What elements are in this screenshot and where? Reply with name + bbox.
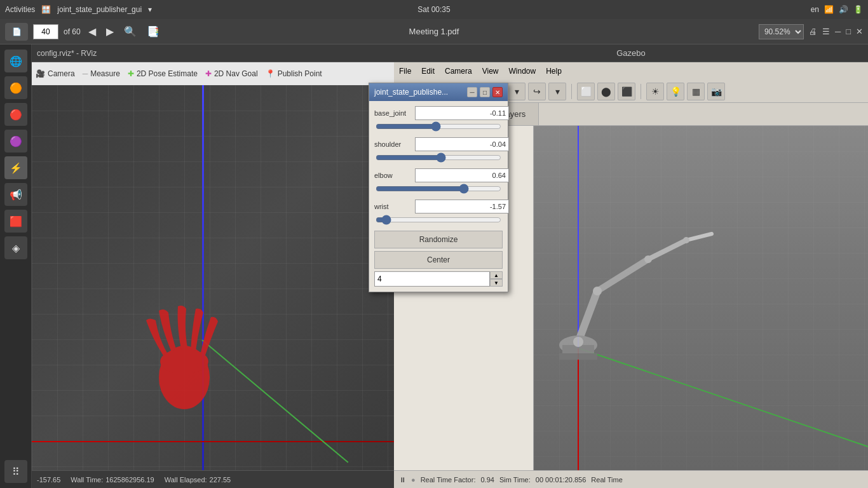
center-button[interactable]: Center: [374, 251, 503, 269]
joint-input-row-shoulder: shoulder: [374, 137, 503, 151]
prev-page-button[interactable]: ◀: [86, 24, 98, 39]
pdf-maximize-icon[interactable]: □: [846, 27, 851, 36]
next-page-button[interactable]: ▶: [104, 24, 116, 39]
app-dropdown-icon[interactable]: ▾: [148, 5, 152, 14]
dock-icon-app2[interactable]: 🔴: [4, 103, 27, 126]
gz-sphere-btn[interactable]: ⬤: [597, 83, 615, 100]
dock-icon-app3[interactable]: 🟣: [4, 130, 27, 152]
gz-redo-btn[interactable]: ↪: [528, 83, 546, 100]
system-bar: Activities 🪟 joint_state_publisher_gui ▾…: [0, 0, 868, 19]
gz-pattern-btn[interactable]: ▦: [687, 83, 705, 100]
tool-2d-nav[interactable]: ✚ 2D Nav Goal: [205, 69, 258, 78]
wall-elapsed-label: Wall Elapsed:: [165, 476, 207, 484]
dock-icon-apps[interactable]: ⠿: [4, 460, 27, 483]
search-button[interactable]: 🔍: [121, 24, 139, 39]
app-name[interactable]: joint_state_publisher_gui: [57, 5, 142, 14]
gz-pointlight-btn[interactable]: 💡: [667, 83, 684, 100]
gz-screenshot-btn[interactable]: 📷: [707, 83, 725, 100]
joint-value-shoulder[interactable]: [415, 137, 509, 151]
joint-slider-container-base: [374, 121, 503, 133]
robot-arm-svg: [121, 288, 248, 428]
dock-icon-rviz[interactable]: ⚡: [4, 156, 27, 179]
tool-measure[interactable]: ─ Measure: [83, 69, 120, 78]
real-time-factor-label: Real Time Factor:: [421, 476, 476, 484]
volume-icon: 🔊: [839, 5, 848, 14]
dock-icon-chrome[interactable]: 🌐: [4, 50, 27, 72]
jsp-spinbox-down[interactable]: ▼: [490, 279, 503, 287]
power-icon: 🔋: [853, 5, 863, 14]
menu-help[interactable]: Help: [546, 67, 562, 76]
jsp-title: joint_state_publishe...: [374, 88, 448, 97]
jsp-dialog: joint_state_publishe... ─ □ ✕ base_joint…: [369, 83, 508, 292]
svg-point-14: [593, 287, 602, 295]
gz-cylinder-btn[interactable]: ⬛: [618, 83, 635, 100]
zoom-select[interactable]: 90.52% 100% 75%: [759, 24, 804, 39]
wall-time-display: Wall Time: 1625862956.19: [71, 476, 154, 484]
joint-value-base[interactable]: [415, 106, 509, 120]
joint-slider-wrist[interactable]: [376, 215, 501, 225]
svg-point-16: [683, 237, 689, 243]
jsp-close-btn[interactable]: ✕: [492, 87, 503, 97]
tool-2d-pose[interactable]: ✚ 2D Pose Estimate: [128, 69, 198, 78]
joint-input-row-wrist: wrist: [374, 200, 503, 214]
gz-sep-3: [641, 84, 641, 99]
tool-camera[interactable]: 🎥 Camera: [36, 69, 75, 78]
randomize-button[interactable]: Randomize: [374, 231, 503, 248]
pdf-minimize-icon[interactable]: ─: [835, 27, 841, 36]
sim-time-label: Sim Time:: [499, 476, 531, 484]
pdf-print-icon[interactable]: 🖨: [809, 27, 817, 36]
dock-icon-app5[interactable]: 📢: [4, 183, 27, 206]
pdf-menu-icon[interactable]: ☰: [822, 27, 830, 36]
nav-label: 2D Nav Goal: [214, 69, 258, 78]
coord-value: -157.65: [37, 476, 60, 484]
pause-btn[interactable]: ⏸: [399, 476, 406, 484]
gazebo-header: Gazebo: [394, 44, 868, 62]
joint-slider-elbow[interactable]: [376, 184, 501, 194]
menu-window[interactable]: Window: [509, 67, 536, 76]
joint-name-shoulder: shoulder: [374, 140, 412, 148]
svg-point-13: [573, 337, 583, 347]
svg-rect-2: [534, 126, 868, 470]
gazebo-viewport[interactable]: [534, 126, 868, 470]
gz-sun-btn[interactable]: ☀: [646, 83, 664, 100]
coord-display: -157.65: [37, 476, 60, 484]
pdf-app-icon[interactable]: 📄: [5, 23, 28, 41]
dock-icon-layers[interactable]: ◈: [4, 236, 27, 259]
jsp-maximize-btn[interactable]: □: [480, 87, 490, 97]
joint-slider-base[interactable]: [376, 121, 501, 132]
tool-publish-point[interactable]: 📍 Publish Point: [266, 69, 322, 78]
pdf-close-icon[interactable]: ✕: [856, 27, 863, 36]
jsp-content: base_joint shoulder elbow: [369, 101, 508, 292]
jsp-minimize-btn[interactable]: ─: [467, 87, 477, 97]
system-time: Sat 00:35: [417, 5, 450, 14]
joint-value-elbow[interactable]: [415, 168, 509, 182]
gazebo-status-bar: ⏸ ● Real Time Factor: 0.94 Sim Time: 00 …: [394, 470, 868, 488]
jsp-spinbox-input[interactable]: [374, 271, 490, 287]
wall-time-value: 1625862956.19: [105, 476, 154, 484]
page-number-input[interactable]: 40: [33, 24, 58, 39]
joint-slider-shoulder[interactable]: [376, 152, 501, 163]
bookmark-button[interactable]: 📑: [144, 24, 162, 39]
gz-box-btn[interactable]: ⬜: [577, 83, 595, 100]
wifi-icon: 📶: [824, 5, 834, 14]
svg-point-15: [644, 255, 652, 263]
gz-redo-dropdown-btn[interactable]: ▾: [548, 83, 566, 100]
dock-icon-app6[interactable]: 🟥: [4, 210, 27, 233]
rviz-status-bar: -157.65 Wall Time: 1625862956.19 Wall El…: [32, 470, 394, 488]
menu-file[interactable]: File: [399, 67, 411, 76]
gz-undo-dropdown-btn[interactable]: ▾: [508, 83, 526, 100]
activities-label[interactable]: Activities: [5, 5, 35, 14]
menu-edit[interactable]: Edit: [421, 67, 435, 76]
language-indicator[interactable]: en: [811, 5, 819, 14]
rviz-viewport[interactable]: ◀: [32, 85, 394, 470]
joint-value-wrist[interactable]: [415, 200, 509, 214]
pose-icon: ✚: [128, 69, 134, 78]
menu-view[interactable]: View: [482, 67, 499, 76]
measure-icon: ─: [83, 69, 88, 78]
menu-camera[interactable]: Camera: [445, 67, 472, 76]
publish-label: Publish Point: [278, 69, 322, 78]
jsp-spinbox-up[interactable]: ▲: [490, 271, 503, 279]
system-bar-left: Activities 🪟 joint_state_publisher_gui ▾: [5, 5, 152, 14]
rviz-toolbar: 🎥 Camera ─ Measure ✚ 2D Pose Estimate ✚ …: [32, 62, 394, 85]
dock-icon-app1[interactable]: 🟠: [4, 76, 27, 99]
